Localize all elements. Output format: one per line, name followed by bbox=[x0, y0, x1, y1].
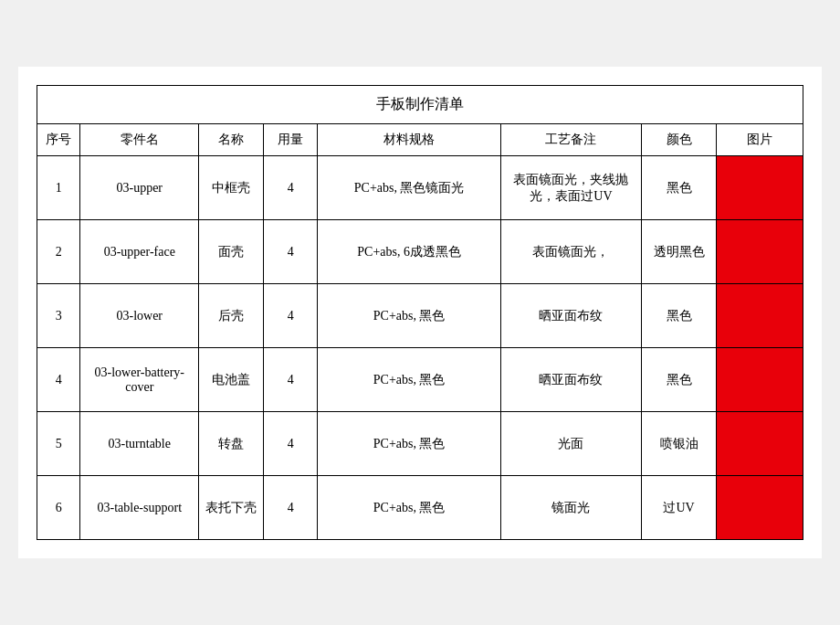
cell-craft: 光面 bbox=[501, 412, 642, 476]
table-row: 403-lower-battery-cover电池盖4PC+abs, 黑色晒亚面… bbox=[37, 348, 803, 412]
cell-qty: 4 bbox=[264, 156, 318, 220]
cell-color: 黑色 bbox=[641, 348, 717, 412]
cell-qty: 4 bbox=[264, 412, 318, 476]
cell-seq: 1 bbox=[37, 156, 80, 220]
cell-color: 透明黑色 bbox=[641, 220, 717, 284]
cell-craft: 晒亚面布纹 bbox=[501, 284, 642, 348]
cell-name: 后壳 bbox=[199, 284, 264, 348]
cell-img bbox=[717, 348, 803, 412]
cell-part: 03-turntable bbox=[80, 412, 199, 476]
header-row: 序号 零件名 名称 用量 材料规格 工艺备注 颜色 图片 bbox=[37, 124, 803, 156]
cell-seq: 3 bbox=[37, 284, 80, 348]
header-qty: 用量 bbox=[264, 124, 318, 156]
cell-qty: 4 bbox=[264, 348, 318, 412]
cell-craft: 镜面光 bbox=[501, 476, 642, 540]
header-seq: 序号 bbox=[37, 124, 80, 156]
cell-qty: 4 bbox=[264, 284, 318, 348]
cell-color: 喷银油 bbox=[641, 412, 717, 476]
cell-seq: 6 bbox=[37, 476, 80, 540]
cell-color: 过UV bbox=[641, 476, 717, 540]
cell-color: 黑色 bbox=[641, 156, 717, 220]
main-table: 手板制作清单 序号 零件名 名称 用量 材料规格 工艺备注 颜色 图片 103-… bbox=[37, 85, 803, 540]
header-part: 零件名 bbox=[80, 124, 199, 156]
cell-name: 电池盖 bbox=[199, 348, 264, 412]
cell-img bbox=[717, 412, 803, 476]
cell-qty: 4 bbox=[264, 476, 318, 540]
cell-color: 黑色 bbox=[641, 284, 717, 348]
cell-spec: PC+abs, 黑色 bbox=[318, 284, 501, 348]
cell-img bbox=[717, 284, 803, 348]
cell-seq: 5 bbox=[37, 412, 80, 476]
cell-part: 03-upper-face bbox=[80, 220, 199, 284]
cell-spec: PC+abs, 黑色镜面光 bbox=[318, 156, 501, 220]
table-row: 203-upper-face面壳4PC+abs, 6成透黑色表面镜面光，透明黑色 bbox=[37, 220, 803, 284]
cell-img bbox=[717, 220, 803, 284]
header-color: 颜色 bbox=[641, 124, 717, 156]
cell-name: 中框壳 bbox=[199, 156, 264, 220]
cell-spec: PC+abs, 6成透黑色 bbox=[318, 220, 501, 284]
cell-name: 面壳 bbox=[199, 220, 264, 284]
page-container: 手板制作清单 序号 零件名 名称 用量 材料规格 工艺备注 颜色 图片 103-… bbox=[18, 67, 822, 558]
cell-img bbox=[717, 476, 803, 540]
table-row: 303-lower后壳4PC+abs, 黑色晒亚面布纹黑色 bbox=[37, 284, 803, 348]
cell-craft: 表面镜面光，夹线抛光，表面过UV bbox=[501, 156, 642, 220]
cell-spec: PC+abs, 黑色 bbox=[318, 412, 501, 476]
header-spec: 材料规格 bbox=[318, 124, 501, 156]
cell-craft: 表面镜面光， bbox=[501, 220, 642, 284]
table-row: 503-turntable转盘4PC+abs, 黑色光面喷银油 bbox=[37, 412, 803, 476]
cell-seq: 2 bbox=[37, 220, 80, 284]
table-row: 603-table-support表托下壳4PC+abs, 黑色镜面光过UV bbox=[37, 476, 803, 540]
table-title: 手板制作清单 bbox=[37, 86, 803, 124]
cell-part: 03-table-support bbox=[80, 476, 199, 540]
cell-seq: 4 bbox=[37, 348, 80, 412]
cell-img bbox=[717, 156, 803, 220]
header-craft: 工艺备注 bbox=[501, 124, 642, 156]
title-row: 手板制作清单 bbox=[37, 86, 803, 124]
cell-part: 03-lower bbox=[80, 284, 199, 348]
header-name: 名称 bbox=[199, 124, 264, 156]
table-row: 103-upper中框壳4PC+abs, 黑色镜面光表面镜面光，夹线抛光，表面过… bbox=[37, 156, 803, 220]
cell-spec: PC+abs, 黑色 bbox=[318, 476, 501, 540]
cell-qty: 4 bbox=[264, 220, 318, 284]
cell-spec: PC+abs, 黑色 bbox=[318, 348, 501, 412]
cell-part: 03-lower-battery-cover bbox=[80, 348, 199, 412]
header-img: 图片 bbox=[717, 124, 803, 156]
cell-name: 转盘 bbox=[199, 412, 264, 476]
cell-name: 表托下壳 bbox=[199, 476, 264, 540]
cell-craft: 晒亚面布纹 bbox=[501, 348, 642, 412]
cell-part: 03-upper bbox=[80, 156, 199, 220]
